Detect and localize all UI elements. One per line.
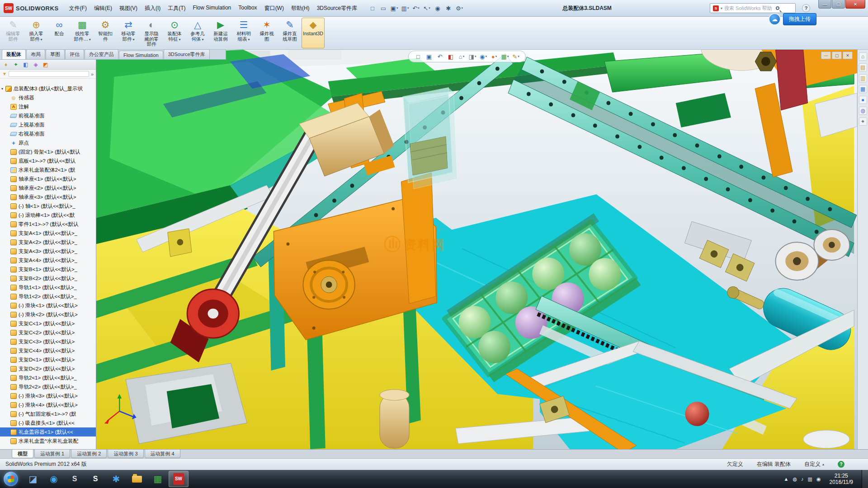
tree-item[interactable]: (-) 滑块<3> (默认<<默认>: [0, 391, 96, 400]
displaymanager-tab[interactable]: ◩: [42, 61, 50, 69]
tree-item[interactable]: 导轨1<1> (默认<<默认>_: [0, 283, 96, 292]
upload-overlay[interactable]: ☁ 拖拽上传: [769, 13, 816, 25]
tree-item[interactable]: (-) 滑块<1> (默认<<默认>: [0, 301, 96, 310]
tree-item[interactable]: ▾ 总装配体3 (默认<默认_显示状: [0, 84, 96, 93]
hide-show-items-icon[interactable]: ◉: [478, 52, 488, 61]
drag-upload-button[interactable]: 拖拽上传: [783, 13, 816, 25]
taskbar-media-app[interactable]: ◪: [23, 471, 43, 487]
tree-item[interactable]: 支架A<2> (默认<<默认>_: [0, 238, 96, 247]
command-tab[interactable]: Flow Simulation: [119, 51, 163, 59]
view-palette-icon[interactable]: ▦: [859, 85, 867, 93]
tree-item[interactable]: (-) 滑块<2> (默认<<默认>: [0, 310, 96, 319]
search-scope-dropdown-icon[interactable]: ▾: [721, 6, 722, 10]
tree-item[interactable]: 轴承座<3> (默认<<默认>: [0, 192, 96, 202]
tree-item[interactable]: (-) 滑块<4> (默认<<默认>: [0, 400, 96, 409]
command-tab[interactable]: 3DSource零件库: [164, 49, 210, 59]
child-restore-button[interactable]: ▢: [832, 52, 842, 59]
explode-sketch-button[interactable]: ✎ 爆炸直 线草图: [278, 18, 301, 48]
search-input[interactable]: [724, 5, 774, 11]
model-tab[interactable]: 运动算例 4: [145, 450, 180, 458]
start-button[interactable]: [4, 472, 18, 486]
tree-item[interactable]: 支架A<4> (默认<<默认>_: [0, 256, 96, 265]
apply-scene-icon[interactable]: ▦: [500, 52, 510, 61]
model-tab[interactable]: 模型: [12, 450, 33, 458]
tree-item[interactable]: (固定) 骨架<1> (默认<默认: [0, 147, 96, 156]
linear-pattern-button[interactable]: ▦ 线性零 部件…: [71, 18, 94, 48]
smart-fasteners-button[interactable]: ⚙ 智能扣 件: [94, 18, 117, 48]
menu-item[interactable]: 帮助(H): [288, 3, 313, 14]
tree-item[interactable]: 支架C<3> (默认<<默认>: [0, 337, 96, 346]
propertymanager-tab[interactable]: ✦: [12, 61, 20, 69]
command-tab[interactable]: 装配体: [2, 49, 26, 59]
file-properties-button[interactable]: ✱: [443, 3, 453, 13]
command-tab[interactable]: 办公室产品: [85, 49, 118, 59]
panel-overflow-icon[interactable]: »: [91, 71, 94, 77]
menu-item[interactable]: Flow Simulation: [190, 3, 235, 14]
customize-control[interactable]: 自定义 ▴: [804, 460, 824, 468]
menu-item[interactable]: 工具(T): [165, 3, 189, 14]
taskbar-file-explorer[interactable]: [127, 471, 147, 487]
new-button[interactable]: □: [368, 3, 377, 13]
tree-item[interactable]: 水果礼盒盖^水果礼盒装配: [0, 436, 96, 446]
command-tab[interactable]: 草图: [46, 49, 65, 59]
featuremanager-tab[interactable]: ♦: [2, 61, 10, 69]
instant3d-button[interactable]: ◆ Instant3D: [302, 18, 325, 48]
tray-chevron-icon[interactable]: ▲: [783, 476, 788, 482]
open-button[interactable]: ▭: [378, 3, 388, 13]
tree-item[interactable]: 右视基准面: [0, 129, 96, 138]
rebuild-button[interactable]: ◉: [433, 3, 443, 13]
section-view-icon[interactable]: ◧: [446, 52, 456, 61]
undo-button[interactable]: ↶: [411, 3, 421, 13]
tree-item[interactable]: 导轨2<1> (默认<<默认>_: [0, 373, 96, 382]
move-component-button[interactable]: ⇄ 移动零 部件: [117, 18, 140, 48]
edit-appearance-icon[interactable]: ●: [489, 52, 499, 61]
resources-icon[interactable]: ⌂: [859, 52, 867, 61]
graphics-area[interactable]: 资料网 □▣↶◧⌂◨◉●▦✎ —▢✕: [96, 50, 857, 449]
tree-item[interactable]: (-) 气缸固定板<1>->? (默: [0, 409, 96, 418]
filter-icon[interactable]: ▼: [2, 71, 7, 76]
tree-item[interactable]: 导轨2<2> (默认<<默认>_: [0, 382, 96, 391]
exploded-view-button[interactable]: ✶ 爆炸视 图: [255, 18, 278, 48]
taskbar-clock[interactable]: 21:25 2016/11/9: [830, 473, 854, 485]
taskbar-chart-app[interactable]: ▦: [148, 471, 168, 487]
taskbar-white-s-app[interactable]: S: [85, 471, 105, 487]
previous-view-icon[interactable]: ↶: [435, 52, 445, 61]
file-explorer-icon[interactable]: ▥: [859, 74, 867, 82]
search-icon[interactable]: [776, 6, 779, 10]
taskbar-browser-app[interactable]: ◉: [44, 471, 64, 487]
clear-magazine[interactable]: [403, 88, 457, 189]
print-button[interactable]: ▥: [400, 3, 410, 13]
tree-item[interactable]: (-) 轴<1> (默认<<默认>_: [0, 202, 96, 211]
search-box[interactable]: S ▾: [710, 3, 796, 13]
reference-geometry-button[interactable]: △ 参考几 何体: [186, 18, 209, 48]
tree-item[interactable]: 支架D<1> (默认<<默认>: [0, 355, 96, 364]
tree-item[interactable]: 上视基准面: [0, 120, 96, 129]
maximize-button[interactable]: ▢: [832, 0, 845, 9]
taskbar-solidworks-app[interactable]: SW: [169, 471, 189, 487]
tree-item[interactable]: 导轨1<2> (默认<<默认>_: [0, 292, 96, 301]
tree-item[interactable]: 支架C<4> (默认<<默认>: [0, 346, 96, 355]
status-help-icon[interactable]: ?: [838, 461, 844, 468]
design-library-icon[interactable]: ▤: [859, 63, 867, 71]
taskbar-flower-app[interactable]: ✱: [106, 471, 126, 487]
menu-item[interactable]: 插入(I): [142, 3, 164, 14]
tree-item[interactable]: 水果礼盒装配体2<1> (默: [0, 165, 96, 174]
menu-item[interactable]: 3DSource零件库: [314, 3, 360, 14]
tree-item[interactable]: 轴承座<2> (默认<<默认>: [0, 183, 96, 192]
tray-volume-icon[interactable]: ♪: [801, 476, 804, 482]
menu-item[interactable]: 视图(V): [116, 3, 141, 14]
child-close-button[interactable]: ✕: [843, 52, 853, 59]
assembly-features-button[interactable]: ⊙ 装配体 特征: [163, 18, 186, 48]
scenes-icon[interactable]: ◍: [859, 107, 867, 115]
save-button[interactable]: ▣: [389, 3, 399, 13]
tree-item[interactable]: 支架C<2> (默认<<默认>: [0, 328, 96, 337]
display-style-icon[interactable]: ◨: [467, 52, 477, 61]
tray-message-icon[interactable]: ◉: [816, 476, 821, 482]
tree-item[interactable]: 支架B<2> (默认<<默认>_: [0, 274, 96, 283]
view-settings-icon[interactable]: ✎: [511, 52, 521, 61]
tray-battery-icon[interactable]: ▥: [807, 476, 812, 482]
menu-item[interactable]: Toolbox: [235, 3, 260, 14]
show-desktop-button[interactable]: [862, 470, 868, 488]
tree-item[interactable]: 礼盒盖容器<1> (默认<<: [0, 427, 96, 436]
zoom-fit-icon[interactable]: □: [413, 52, 423, 61]
